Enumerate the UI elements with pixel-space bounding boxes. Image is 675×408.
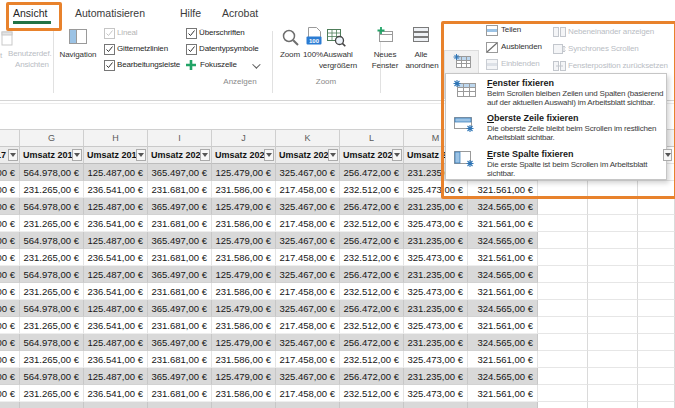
checkbox-bearbeitungsleiste[interactable] bbox=[104, 60, 115, 71]
cell[interactable]: 232.512,00 € bbox=[340, 385, 404, 402]
cell[interactable]: 324.565,00 € bbox=[468, 266, 538, 283]
cell[interactable] bbox=[588, 368, 638, 385]
column-letter[interactable]: G bbox=[20, 130, 84, 147]
cell[interactable]: 231.681,00 € bbox=[148, 317, 212, 334]
checkbox-gitternetzlinien[interactable] bbox=[104, 44, 115, 55]
cell[interactable]: 256.472,00 € bbox=[340, 334, 404, 351]
cell[interactable]: 125.487,00 € bbox=[84, 402, 148, 408]
filter-button[interactable] bbox=[200, 149, 210, 161]
cell[interactable]: 7,00 € bbox=[0, 334, 20, 351]
cell[interactable] bbox=[638, 181, 675, 198]
cell[interactable]: 232.512,00 € bbox=[340, 249, 404, 266]
cell[interactable]: 217.458,00 € bbox=[276, 215, 340, 232]
cell[interactable] bbox=[588, 351, 638, 368]
cell[interactable]: 7,00 € bbox=[0, 351, 20, 368]
cell[interactable]: 125.479,00 € bbox=[212, 266, 276, 283]
cell[interactable]: 321.561,00 € bbox=[468, 351, 538, 368]
cell[interactable]: 231.235,00 € bbox=[404, 334, 468, 351]
column-letter[interactable]: J bbox=[212, 130, 276, 147]
cell[interactable] bbox=[538, 215, 588, 232]
cell[interactable]: 324.565,00 € bbox=[468, 300, 538, 317]
cell[interactable]: 325.473,00 € bbox=[404, 181, 468, 198]
checkbox-datentypsymbole[interactable] bbox=[186, 44, 197, 55]
cell[interactable]: 325.473,00 € bbox=[404, 215, 468, 232]
checkbox-lineal[interactable] bbox=[104, 28, 115, 39]
cell[interactable]: 365.497,00 € bbox=[148, 232, 212, 249]
cell[interactable]: 7,00 € bbox=[0, 249, 20, 266]
cell[interactable] bbox=[588, 334, 638, 351]
cell[interactable] bbox=[538, 317, 588, 334]
cell[interactable]: 365.497,00 € bbox=[148, 300, 212, 317]
cell[interactable]: 365.497,00 € bbox=[148, 334, 212, 351]
cell[interactable]: 325.473,00 € bbox=[404, 351, 468, 368]
cell[interactable]: 564.978,00 € bbox=[20, 334, 84, 351]
column-letter[interactable] bbox=[0, 130, 20, 147]
cell[interactable]: 232.512,00 € bbox=[340, 283, 404, 300]
cell[interactable]: 231.265,00 € bbox=[20, 215, 84, 232]
cell[interactable]: 217.458,00 € bbox=[276, 385, 340, 402]
custom-views-label-2[interactable]: Ansichten bbox=[15, 60, 49, 69]
cell[interactable]: 7,00 € bbox=[0, 317, 20, 334]
cell[interactable]: 231.235,00 € bbox=[404, 368, 468, 385]
cell[interactable]: 236.541,00 € bbox=[84, 215, 148, 232]
cell[interactable]: 236.541,00 € bbox=[84, 181, 148, 198]
cell[interactable] bbox=[588, 402, 638, 408]
filter-button[interactable] bbox=[136, 149, 146, 161]
tab-automatisieren[interactable]: Automatisieren bbox=[75, 7, 145, 19]
cell[interactable] bbox=[538, 368, 588, 385]
cell[interactable] bbox=[638, 215, 675, 232]
cell[interactable]: 564.978,00 € bbox=[20, 368, 84, 385]
cell[interactable]: 325.473,00 € bbox=[404, 317, 468, 334]
cell[interactable] bbox=[638, 266, 675, 283]
cell[interactable]: 256.472,00 € bbox=[340, 368, 404, 385]
cell[interactable]: 232.512,00 € bbox=[340, 317, 404, 334]
cell[interactable]: 125.479,00 € bbox=[212, 164, 276, 181]
cell[interactable]: 231.265,00 € bbox=[20, 249, 84, 266]
cell[interactable]: 564.978,00 € bbox=[20, 198, 84, 215]
cell[interactable] bbox=[538, 198, 588, 215]
column-header[interactable]: Umsatz 2021 bbox=[212, 147, 276, 164]
cell[interactable]: 217.458,00 € bbox=[276, 249, 340, 266]
cell[interactable] bbox=[538, 385, 588, 402]
cell[interactable]: 231.235,00 € bbox=[404, 198, 468, 215]
cell[interactable]: 324.565,00 € bbox=[468, 368, 538, 385]
cell[interactable]: 231.265,00 € bbox=[20, 283, 84, 300]
cell[interactable]: 7,00 € bbox=[0, 198, 20, 215]
cell[interactable]: 325.467,00 € bbox=[276, 198, 340, 215]
cell[interactable]: 321.561,00 € bbox=[468, 181, 538, 198]
cell[interactable] bbox=[638, 300, 675, 317]
filter-button[interactable] bbox=[264, 149, 274, 161]
cell[interactable]: 256.472,00 € bbox=[340, 300, 404, 317]
cell[interactable]: 217.458,00 € bbox=[276, 283, 340, 300]
cell[interactable]: 231.681,00 € bbox=[148, 385, 212, 402]
cell[interactable]: 325.473,00 € bbox=[404, 249, 468, 266]
cell[interactable] bbox=[588, 215, 638, 232]
cell[interactable]: 7,00 € bbox=[0, 181, 20, 198]
cell[interactable]: 217.458,00 € bbox=[276, 317, 340, 334]
cell[interactable]: 7,00 € bbox=[0, 402, 20, 408]
cell[interactable]: 564.978,00 € bbox=[20, 232, 84, 249]
cell[interactable]: 7,00 € bbox=[0, 368, 20, 385]
cell[interactable]: 325.467,00 € bbox=[276, 164, 340, 181]
cell[interactable] bbox=[538, 266, 588, 283]
cell[interactable] bbox=[538, 351, 588, 368]
filter-button[interactable] bbox=[72, 149, 82, 161]
cell[interactable]: 256.472,00 € bbox=[340, 402, 404, 408]
cell[interactable]: 365.497,00 € bbox=[148, 198, 212, 215]
cell[interactable]: 125.487,00 € bbox=[84, 368, 148, 385]
cell[interactable] bbox=[538, 181, 588, 198]
cell[interactable] bbox=[588, 266, 638, 283]
column-header[interactable]: Umsatz 2017 bbox=[0, 147, 20, 164]
cell[interactable]: 256.472,00 € bbox=[340, 266, 404, 283]
cell[interactable] bbox=[638, 317, 675, 334]
cell[interactable]: 231.265,00 € bbox=[20, 351, 84, 368]
filter-button[interactable] bbox=[8, 149, 18, 161]
tab-acrobat[interactable]: Acrobat bbox=[222, 7, 258, 19]
cell[interactable]: 7,00 € bbox=[0, 266, 20, 283]
cell[interactable]: 365.497,00 € bbox=[148, 266, 212, 283]
custom-views-label-1[interactable]: Benutzerdef. bbox=[8, 49, 52, 58]
cell[interactable]: 231.681,00 € bbox=[148, 215, 212, 232]
cell[interactable]: 7,00 € bbox=[0, 385, 20, 402]
column-header[interactable]: Umsatz 2020 bbox=[148, 147, 212, 164]
cell[interactable]: 125.487,00 € bbox=[84, 164, 148, 181]
